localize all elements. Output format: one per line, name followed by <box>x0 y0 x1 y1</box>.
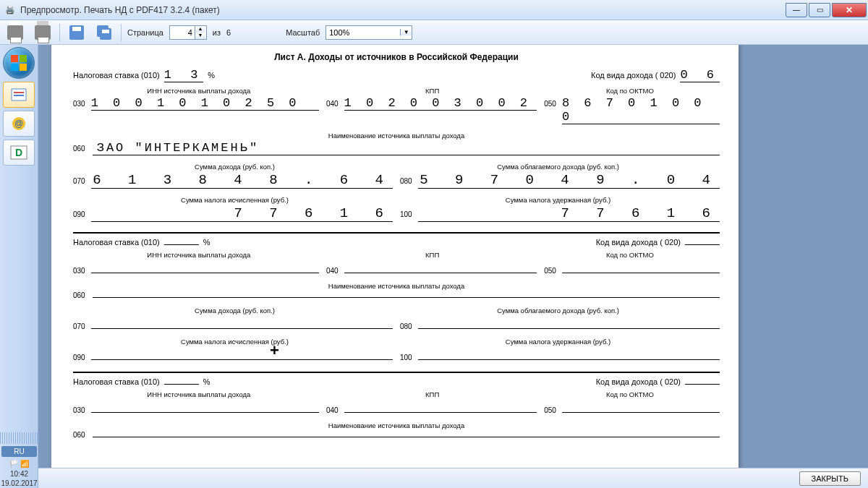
sum-income-label-2: Сумма дохода (руб. коп.) <box>73 307 396 314</box>
page-number-input[interactable] <box>170 28 195 37</box>
sum-income-value: 6 1 3 8 4 8 . 6 4 <box>91 172 393 189</box>
start-button[interactable] <box>3 47 35 79</box>
code-070-2: 070 <box>73 322 85 330</box>
sum-income-label: Сумма дохода (руб. коп.) <box>73 163 396 171</box>
save-all-button[interactable] <box>93 22 115 43</box>
code-060: 060 <box>73 145 85 153</box>
income-code-label-3: Код вида дохода ( 020) <box>596 377 681 386</box>
income-code-label-2: Код вида дохода ( 020) <box>596 238 681 247</box>
tax-calc-value-2 <box>91 347 393 360</box>
svg-rect-3 <box>20 64 27 71</box>
oktmo-value-2 <box>562 260 720 273</box>
tax-withheld-label: Сумма налога удержанная (руб.) <box>396 196 720 204</box>
tax-withheld-value: 7 7 6 1 6 <box>418 205 720 222</box>
code-040-2: 040 <box>326 267 339 275</box>
maximize-button[interactable]: ▭ <box>809 3 830 17</box>
print-button[interactable] <box>32 22 54 43</box>
src-name-value: ЗАО "ИНТЕРКАМЕНЬ" <box>93 141 720 155</box>
src-name-row-3: 060 <box>73 431 720 439</box>
total-pages: 6 <box>226 28 231 37</box>
taskbar-grip[interactable] <box>0 432 38 444</box>
preview-viewport[interactable]: Лист А. Доходы от источников в Российско… <box>38 45 868 468</box>
svg-text:@: @ <box>14 119 23 129</box>
tax-calc-label: Сумма налога исчисленная (руб.) <box>73 196 396 204</box>
tax-calc-label-2: Сумма налога исчисленная (руб.) <box>73 338 396 346</box>
code-050-2: 050 <box>544 267 556 275</box>
taskbar-app-mail[interactable]: @ <box>3 111 35 137</box>
of-label: из <box>213 28 221 37</box>
print-with-preview-button[interactable] <box>4 22 26 43</box>
src-name-value-3 <box>93 437 720 437</box>
toolbar-separator <box>59 24 60 41</box>
hdr-oktmo-2: Код по ОКТМО <box>540 251 720 259</box>
income-code-label: Код вида дохода ( 020) <box>591 71 676 80</box>
income-code-value-2 <box>685 244 720 245</box>
taskbar-app-preview[interactable] <box>3 82 35 108</box>
hdr-oktmo: Код по ОКТМО <box>540 87 720 95</box>
tax-calc-value: 7 7 6 1 6 <box>91 205 393 222</box>
codes-header-2: ИНН источника выплаты дохода КПП Код по … <box>73 251 720 259</box>
code-030-3: 030 <box>73 406 85 414</box>
hdr-kpp-3: КПП <box>325 390 540 398</box>
code-100: 100 <box>400 210 412 218</box>
hdr-kpp: КПП <box>325 87 540 95</box>
rate-label-2: Налоговая ставка (010) <box>73 238 160 247</box>
income-code-value-3 <box>685 384 720 385</box>
code-090: 090 <box>73 210 85 218</box>
page-spin-up[interactable]: ▲ <box>195 26 205 33</box>
codes-header-3: ИНН источника выплаты дохода КПП Код по … <box>73 390 720 398</box>
src-name-label: Наименование источника выплаты дохода <box>73 132 720 140</box>
code-050-3: 050 <box>544 406 556 414</box>
rate-label: Налоговая ставка (010) <box>73 71 160 80</box>
page-label: Страница <box>127 28 163 37</box>
mail-app-icon: @ <box>11 116 27 132</box>
sum-taxable-value-2 <box>418 316 720 329</box>
save-button[interactable] <box>66 22 88 43</box>
close-window-button[interactable]: ✕ <box>832 3 867 17</box>
rate-row-2: Налоговая ставка (010) % Код вида дохода… <box>73 238 720 247</box>
kpp-value-3 <box>344 400 537 413</box>
minimize-button[interactable]: — <box>786 3 807 17</box>
income-row: 0706 1 3 8 4 8 . 6 4 0805 9 7 0 4 9 . 0 … <box>73 172 720 189</box>
code-050: 050 <box>544 100 556 108</box>
hdr-kpp-2: КПП <box>325 251 540 259</box>
page-spinner[interactable]: ▲▼ <box>169 25 207 40</box>
tax-row: 0907 7 6 1 6 1007 7 6 1 6 <box>73 205 720 222</box>
code-080-2: 080 <box>400 322 412 330</box>
block-separator-2 <box>73 372 720 373</box>
code-100-2: 100 <box>400 354 412 361</box>
tray-flag-icon[interactable]: 🏳️ <box>9 460 18 468</box>
tax-withheld-label-2: Сумма налога удержанная (руб.) <box>396 338 720 346</box>
language-indicator[interactable]: RU <box>1 446 37 457</box>
app-icon: 🖨️ <box>4 4 16 16</box>
src-name-label-3: Наименование источника выплаты дохода <box>73 421 720 429</box>
zoom-label: Масштаб <box>286 28 320 37</box>
tray-network-icon[interactable]: 📶 <box>20 460 29 468</box>
window-title: Предпросмотр. Печать НД с PDF417 3.2.4 (… <box>20 5 784 15</box>
income-labels-2: Сумма дохода (руб. коп.) Сумма облагаемо… <box>73 307 720 314</box>
rate-value-3 <box>164 384 199 385</box>
windows-logo-icon <box>9 53 28 72</box>
system-tray: RU 🏳️ 📶 10:42 19.02.2017 <box>0 432 38 488</box>
zoom-select[interactable]: 100% ▼ <box>326 25 412 40</box>
percent-sign: % <box>208 71 215 80</box>
taskbar-app-declaration[interactable]: D <box>3 140 35 166</box>
clock-time[interactable]: 10:42 <box>0 469 38 479</box>
codes-row-3: 030 040 050 <box>73 400 720 414</box>
sum-taxable-label: Сумма облагаемого дохода (руб. коп.) <box>396 163 720 171</box>
page-spin-down[interactable]: ▼ <box>195 33 205 39</box>
src-name-value-2 <box>93 297 720 298</box>
toolbar-separator <box>121 24 122 41</box>
income-code-value: 0 6 <box>680 68 720 82</box>
inn-value-2 <box>91 260 319 273</box>
hdr-inn-3: ИНН источника выплаты дохода <box>73 390 325 398</box>
codes-header: ИНН источника выплаты дохода КПП Код по … <box>73 87 720 95</box>
close-preview-button[interactable]: ЗАКРЫТЬ <box>799 471 861 486</box>
kpp-value-2 <box>344 260 537 273</box>
toolbar: Страница ▲▼ из 6 Масштаб 100% ▼ <box>0 20 868 45</box>
clock-date[interactable]: 19.02.2017 <box>0 479 38 488</box>
inn-value-3 <box>91 400 319 413</box>
chevron-down-icon[interactable]: ▼ <box>400 29 412 35</box>
income-row-2: 070 080 <box>73 316 720 330</box>
document-page: Лист А. Доходы от источников в Российско… <box>51 45 739 468</box>
